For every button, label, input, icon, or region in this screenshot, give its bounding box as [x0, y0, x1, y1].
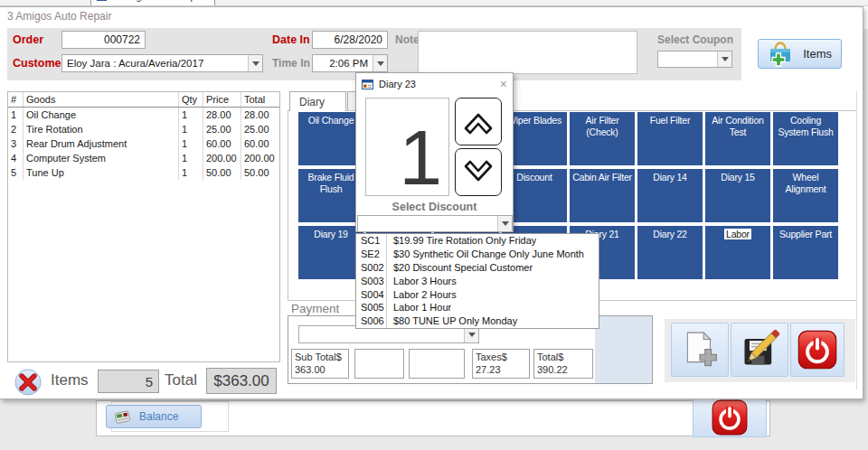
discount-option[interactable]: SE2$30 Synthetic Oil Change Only June Mo…	[356, 248, 599, 261]
payment-section-label: Payment	[291, 302, 339, 315]
discount-code: SE2	[356, 248, 387, 261]
service-button-diary-15[interactable]: Diary 15	[705, 169, 770, 222]
table-cell: Computer System	[24, 151, 179, 165]
date-in-input[interactable]: 6/28/2020	[312, 31, 388, 49]
service-button-label: Wiper Blades	[507, 115, 561, 126]
service-button-label: Oil Change	[308, 115, 354, 126]
time-in-value: 2:06 PM	[313, 58, 373, 69]
quantity-increase-button[interactable]	[455, 98, 502, 145]
table-cell: 28.00	[241, 108, 279, 122]
table-row[interactable]: 5Tune Up150.0050.00	[8, 165, 279, 180]
table-cell: 1	[179, 122, 203, 136]
quantity-value: 1	[399, 121, 442, 195]
discount-description: $80 TUNE UP Only Monday	[387, 314, 517, 328]
service-button-diary-14[interactable]: Diary 14	[637, 169, 703, 222]
discount-code: S004	[356, 288, 387, 302]
close-icon[interactable]: ×	[500, 78, 507, 90]
chevron-down-icon[interactable]	[373, 55, 387, 71]
discount-description: $30 Synthetic Oil Change Only June Month	[387, 248, 584, 261]
service-button-diary-19[interactable]: Diary 19	[298, 226, 363, 279]
close-power-button[interactable]	[790, 323, 844, 377]
service-button-oil-change[interactable]: Oil Change	[298, 112, 363, 165]
window-title: 3 Amigos Auto Repair	[7, 10, 111, 23]
new-record-button[interactable]	[671, 323, 729, 377]
service-button-supplier-part[interactable]: Supplier Part	[773, 226, 838, 279]
service-button-label: Brake Fluid Flush	[308, 172, 354, 194]
diary-quantity-popup: Diary 23 × 1 Select Discount	[355, 72, 514, 232]
service-button-brake-fluid-flush[interactable]: Brake Fluid Flush	[298, 169, 363, 222]
order-input[interactable]: 000722	[61, 31, 146, 49]
payment-field-label: Taxes$	[476, 351, 526, 363]
checkbook-icon	[114, 409, 132, 425]
items-count-label: Items	[51, 371, 89, 389]
chevron-down-icon	[460, 155, 496, 191]
balance-button[interactable]: Balance	[106, 405, 202, 428]
power-icon	[797, 329, 838, 370]
column-header: Goods	[24, 92, 179, 107]
popup-titlebar[interactable]: Diary 23 ×	[356, 73, 513, 95]
quantity-display[interactable]: 1	[365, 98, 449, 196]
discount-option[interactable]: S004Labor 2 Hours	[356, 288, 599, 302]
note-input[interactable]	[418, 31, 637, 74]
customer-combobox[interactable]: Eloy Jara : Acura/Averia/2017	[61, 54, 263, 72]
table-cell: 1	[179, 136, 203, 151]
service-button-label: Diary 22	[653, 229, 687, 239]
discount-code: SC1	[356, 234, 387, 248]
table-row[interactable]: 1Oil Change128.0028.00	[8, 108, 279, 122]
payment-field-total-: Total$390.22	[533, 349, 593, 379]
chevron-down-icon[interactable]	[717, 52, 731, 67]
coupon-combobox[interactable]	[657, 51, 732, 68]
column-header: Total	[241, 92, 279, 107]
tab-diary[interactable]: Diary	[289, 91, 346, 111]
customer-value: Eloy Jara : Acura/Averia/2017	[62, 58, 248, 69]
payment-field-label: Sub Total$	[295, 351, 345, 363]
chevron-down-icon[interactable]	[497, 216, 512, 231]
discount-option[interactable]: S005Labor 1 Hour	[356, 301, 599, 314]
discount-description: $19.99 Tire Rotation Only Friday	[387, 234, 536, 248]
service-button-diary-22[interactable]: Diary 22	[637, 226, 703, 279]
save-button[interactable]	[731, 323, 788, 377]
add-items-button[interactable]: Items	[758, 39, 842, 69]
discount-option[interactable]: SC1$19.99 Tire Rotation Only Friday	[356, 234, 599, 248]
table-row[interactable]: 3Rear Drum Adjustment160.0060.00	[8, 136, 279, 151]
background-tab-label: 3 Amigos Auto Repair	[111, 0, 207, 2]
payment-field-sub-total-: Sub Total$363.00	[291, 349, 349, 379]
discount-option[interactable]: S006$80 TUNE UP Only Monday	[356, 314, 599, 328]
items-button-label: Items	[803, 47, 832, 61]
table-cell: 1	[8, 108, 24, 122]
order-items-table[interactable]: #GoodsQtyPriceTotal1Oil Change128.0028.0…	[7, 91, 280, 362]
table-cell: 60.00	[203, 136, 241, 151]
service-button-label: Supplier Part	[779, 229, 832, 239]
discount-code: S006	[356, 314, 387, 328]
quantity-decrease-button[interactable]	[455, 148, 502, 196]
top-strip: 3 Amigos Auto Repair	[0, 0, 868, 6]
service-button-label: Cabin Air Filter	[572, 172, 632, 183]
discount-dropdown-list[interactable]: SC1$19.99 Tire Rotation Only FridaySE2$3…	[355, 233, 599, 329]
table-row[interactable]: 2Tire Rotation125.0025.00	[8, 122, 279, 136]
column-header: Price	[203, 92, 241, 107]
chevron-down-icon[interactable]	[248, 55, 262, 71]
service-button-wheel-alignment[interactable]: Wheel Alignment	[773, 169, 838, 222]
service-button-cabin-air-filter[interactable]: Cabin Air Filter	[570, 169, 635, 222]
table-cell: 1	[179, 165, 203, 180]
service-button-label: Diary 15	[721, 172, 755, 183]
power-button-background[interactable]	[693, 397, 767, 437]
service-button-labor[interactable]: Labor	[705, 226, 770, 279]
table-row[interactable]: 4Computer System1200.00200.00	[8, 151, 279, 165]
service-button-label: Discount	[516, 172, 552, 183]
discount-option[interactable]: S003Labor 3 Hours	[356, 275, 599, 288]
service-button-cooling-system-flush[interactable]: Cooling System Flush	[773, 112, 838, 165]
table-cell: 5	[8, 165, 24, 180]
parent-window: Balance	[96, 400, 770, 436]
service-button-label: Fuel Filter	[650, 115, 690, 126]
items-count-box: 5	[98, 370, 159, 393]
time-in-combobox[interactable]: 2:06 PM	[312, 54, 388, 72]
discount-option[interactable]: S002$20 Discount Special Customer	[356, 261, 599, 275]
service-button-air-filter-check-[interactable]: Air Filter (Check)	[570, 112, 635, 165]
service-button-air-condition-test[interactable]: Air Condition Test	[705, 112, 770, 165]
delete-x-icon[interactable]	[14, 369, 42, 396]
discount-combobox[interactable]	[357, 215, 513, 232]
background-tab[interactable]: 3 Amigos Auto Repair	[90, 0, 215, 6]
service-button-label: Air Filter (Check)	[585, 115, 618, 137]
service-button-fuel-filter[interactable]: Fuel Filter	[637, 112, 703, 165]
